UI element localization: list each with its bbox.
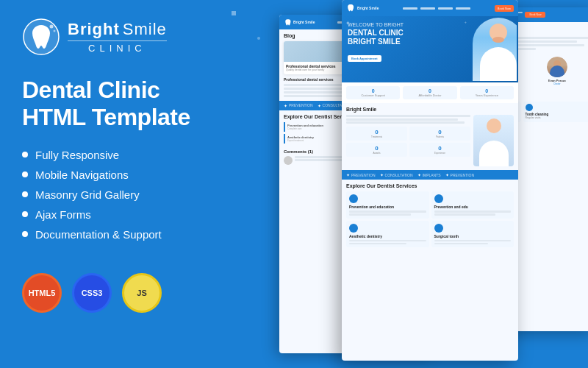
bullet-icon bbox=[22, 211, 28, 217]
features-list: Fully Responsive Mobile Navigations Maso… bbox=[22, 149, 213, 248]
svg-point-1 bbox=[50, 25, 54, 29]
logo-area: Bright Smile CLINIC bbox=[22, 18, 213, 56]
feature-item: Ajax Forms bbox=[22, 208, 213, 221]
bullet-icon bbox=[22, 171, 28, 177]
stat-label: Affordable Doctor bbox=[405, 93, 454, 97]
stat-item: 0 Years Experience bbox=[460, 86, 514, 99]
js-badge: JS bbox=[122, 273, 162, 313]
ss-front-hero: WELCOME TO BRIGHT DENTAL CLINICBRIGHT SM… bbox=[342, 16, 518, 82]
hero-doctor-image bbox=[473, 18, 517, 81]
service-card: Surgical tooth bbox=[431, 221, 514, 248]
logo-smile: Smile bbox=[123, 20, 167, 39]
service-card: Prevention and education bbox=[346, 191, 429, 219]
feature-item: Fully Responsive bbox=[22, 149, 213, 161]
stat-label: Customer Support bbox=[348, 93, 398, 97]
team-role: Doctor bbox=[526, 82, 588, 85]
hero-cta-btn: Book Appointment bbox=[348, 55, 381, 62]
stat-number: 0 bbox=[405, 88, 454, 93]
feature-item: Mobile Navigations bbox=[22, 169, 213, 181]
ss-front-book-btn: Book Now bbox=[495, 5, 514, 12]
stat-number: 0 bbox=[462, 88, 512, 93]
service-card: Prevention and edu bbox=[431, 191, 514, 219]
ss-front-banner: ✦ PREVENTION ✦ CONSULTATION ✦ IMPLANTS ✦… bbox=[342, 170, 518, 180]
right-panel: Bright Smile Book Now About Us bbox=[220, 0, 588, 368]
explore-title: Explore Our Dentist Services bbox=[346, 183, 514, 188]
svg-point-2 bbox=[54, 30, 56, 32]
css3-badge: CSS3 bbox=[72, 273, 112, 313]
team-card: Evan Peruzc Doctor bbox=[523, 54, 588, 88]
screenshot-front: Bright Smile Book Now WELCOME TO BRIGHT … bbox=[342, 0, 518, 361]
ss-front-brand: Bright Smile bbox=[357, 6, 379, 10]
logo-text: Bright Smile CLINIC bbox=[68, 20, 167, 54]
tooth-logo-icon bbox=[22, 18, 60, 56]
bullet-icon bbox=[22, 231, 28, 237]
bullet-icon bbox=[22, 152, 28, 158]
left-panel: Bright Smile CLINIC Dental Clinic HTML T… bbox=[0, 0, 235, 368]
mockup-container: Bright Smile Book Now About Us bbox=[220, 0, 588, 368]
stat-item: 0 Affordable Doctor bbox=[403, 86, 456, 99]
logo-divider bbox=[68, 40, 167, 41]
tech-badges: HTML5 CSS3 JS bbox=[22, 273, 213, 313]
main-title: Dental Clinic HTML Template bbox=[22, 77, 213, 131]
section-title: Bright Smile bbox=[346, 107, 514, 112]
ss-brand: Bright Smile bbox=[293, 20, 315, 24]
feature-item: Documentation & Support bbox=[22, 228, 213, 241]
stat-number: 0 bbox=[348, 88, 398, 93]
ss-front-header: Bright Smile Book Now bbox=[342, 0, 518, 16]
bullet-icon bbox=[22, 191, 28, 197]
stat-label: Years Experience bbox=[462, 93, 512, 97]
logo-clinic: CLINIC bbox=[68, 43, 167, 54]
service-card: Aesthetic dentistry bbox=[346, 221, 429, 248]
stat-item: 0 Customer Support bbox=[346, 86, 400, 99]
ss-main-section: Bright Smile 0 Treatments bbox=[342, 103, 518, 170]
html5-badge: HTML5 bbox=[22, 273, 62, 313]
hero-title: DENTAL CLINICBRIGHT SMILE bbox=[348, 29, 438, 46]
ss-explore-section: Explore Our Dentist Services Prevention … bbox=[342, 180, 518, 251]
feature-item: Masonry Grid Gallery bbox=[22, 188, 213, 201]
hero-pretitle: WELCOME TO BRIGHT bbox=[348, 22, 438, 27]
ss-stats-row: 0 Customer Support 0 Affordable Doctor 0… bbox=[342, 82, 518, 103]
logo-bright: Bright bbox=[68, 20, 120, 39]
